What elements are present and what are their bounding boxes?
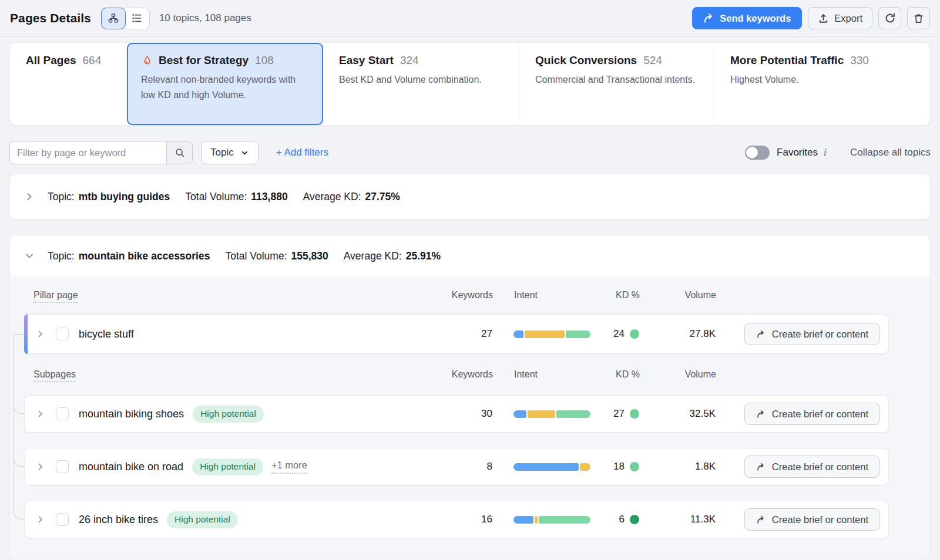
kd-dot bbox=[630, 409, 639, 419]
create-brief-button[interactable]: Create brief or content bbox=[744, 456, 880, 478]
tab-count: 108 bbox=[255, 54, 274, 67]
search-input[interactable] bbox=[10, 141, 166, 164]
tab-best-for-strategy[interactable]: Best for Strategy 108 Relevant non-brand… bbox=[127, 43, 323, 125]
search-icon bbox=[174, 147, 185, 158]
row-checkbox[interactable] bbox=[56, 460, 69, 473]
pillar-accent-bar bbox=[24, 314, 28, 354]
send-arrow-icon bbox=[756, 329, 766, 339]
subpages-header-row: Subpages Keywords Intent KD % Volume bbox=[24, 354, 889, 395]
volume-value: 27.8K bbox=[639, 328, 716, 340]
kd-value: 27 bbox=[613, 408, 625, 420]
kd-dot bbox=[630, 515, 639, 524]
chevron-down-icon[interactable] bbox=[23, 249, 36, 262]
search-button[interactable] bbox=[166, 141, 192, 164]
page-name: bicycle stuff bbox=[79, 328, 134, 340]
create-brief-button[interactable]: Create brief or content bbox=[744, 508, 880, 531]
intent-bar bbox=[513, 410, 590, 418]
collapse-all-topics-link[interactable]: Collapse all topics bbox=[850, 147, 931, 158]
tree-view-button[interactable] bbox=[101, 8, 126, 29]
tab-description: Highest Volume. bbox=[730, 72, 902, 87]
list-view-button[interactable] bbox=[125, 8, 150, 29]
pillar-page-row: bicycle stuff 27 24 27.8K Create brief o… bbox=[24, 314, 889, 354]
send-arrow-icon bbox=[756, 409, 766, 419]
intent-bar bbox=[513, 463, 590, 471]
subpage-row: mountain biking shoes High potential 30 … bbox=[24, 395, 889, 433]
chevron-right-icon[interactable] bbox=[34, 328, 47, 340]
keywords-count: 27 bbox=[428, 328, 492, 340]
topic-filter-dropdown[interactable]: Topic bbox=[201, 141, 258, 164]
tab-description: Best KD and Volume combination. bbox=[339, 72, 507, 87]
column-header-volume: Volume bbox=[640, 290, 716, 301]
column-header-intent: Intent bbox=[493, 369, 593, 380]
chevron-right-icon[interactable] bbox=[34, 407, 47, 420]
row-checkbox[interactable] bbox=[56, 513, 69, 526]
kd-value: 18 bbox=[613, 461, 625, 473]
export-label: Export bbox=[834, 13, 862, 24]
toggle-knob bbox=[746, 147, 758, 158]
tab-all-pages[interactable]: All Pages 664 bbox=[10, 43, 127, 125]
column-header-kd: KD % bbox=[593, 369, 640, 380]
tree-connector bbox=[14, 498, 24, 519]
create-brief-label: Create brief or content bbox=[772, 514, 868, 525]
intent-bar bbox=[513, 516, 590, 524]
topic-card-mountain-bike-accessories: Topic: mountain bike accessories Total V… bbox=[9, 235, 931, 560]
column-header-keywords: Keywords bbox=[428, 290, 493, 301]
filter-bar: Topic + Add filters Favorites i Collapse… bbox=[9, 141, 931, 164]
topic-row-mtb-buying-guides[interactable]: Topic: mtb buying guides Total Volume: 1… bbox=[9, 174, 931, 220]
add-filters-link[interactable]: + Add filters bbox=[276, 147, 328, 158]
tab-more-potential-traffic[interactable]: More Potential Traffic 330 Highest Volum… bbox=[714, 43, 930, 125]
total-volume-label: Total Volume: bbox=[225, 250, 287, 262]
refresh-button[interactable] bbox=[878, 7, 901, 29]
tab-easy-start[interactable]: Easy Start 324 Best KD and Volume combin… bbox=[323, 43, 519, 125]
tab-quick-conversions[interactable]: Quick Conversions 524 Commercial and Tra… bbox=[519, 43, 714, 125]
send-keywords-label: Send keywords bbox=[720, 13, 791, 24]
sitemap-icon bbox=[108, 12, 119, 24]
export-icon bbox=[818, 13, 829, 24]
average-kd-value: 27.75% bbox=[365, 191, 400, 203]
topic-prefix: Topic: bbox=[48, 191, 75, 203]
info-icon[interactable]: i bbox=[824, 147, 827, 159]
view-toggle bbox=[101, 8, 150, 29]
tab-count: 324 bbox=[400, 54, 419, 67]
column-header-intent: Intent bbox=[493, 290, 593, 301]
send-arrow-icon bbox=[756, 515, 766, 525]
tab-description: Commercial and Transactional intents. bbox=[535, 72, 702, 87]
favorites-toggle[interactable] bbox=[745, 146, 770, 160]
subpage-row: mountain bike on road High potential +1 … bbox=[24, 448, 889, 485]
delete-button[interactable] bbox=[907, 7, 930, 29]
chevron-right-icon[interactable] bbox=[34, 513, 47, 526]
strategy-tabs: All Pages 664 Best for Strategy 108 Rele… bbox=[9, 42, 931, 126]
kd-dot bbox=[630, 462, 639, 471]
chevron-right-icon[interactable] bbox=[23, 190, 36, 203]
search-box bbox=[9, 141, 193, 164]
topic-header[interactable]: Topic: mountain bike accessories Total V… bbox=[10, 235, 930, 276]
total-volume-value: 113,880 bbox=[251, 191, 287, 203]
row-checkbox[interactable] bbox=[56, 328, 69, 340]
tree-connector bbox=[14, 393, 24, 414]
tree-connector bbox=[14, 446, 24, 467]
more-badges-link[interactable]: +1 more bbox=[271, 460, 307, 474]
export-button[interactable]: Export bbox=[808, 7, 872, 29]
page-name: mountain bike on road bbox=[79, 461, 183, 473]
create-brief-button[interactable]: Create brief or content bbox=[744, 403, 880, 425]
topic-prefix: Topic: bbox=[48, 250, 75, 262]
average-kd-value: 25.91% bbox=[406, 250, 441, 262]
tab-count: 664 bbox=[83, 54, 102, 67]
kd-value: 6 bbox=[619, 514, 625, 525]
pillar-page-label: Pillar page bbox=[33, 290, 78, 303]
flame-icon bbox=[141, 55, 153, 67]
page-name: mountain biking shoes bbox=[79, 408, 184, 420]
kd-value: 24 bbox=[613, 328, 625, 340]
keywords-count: 30 bbox=[428, 408, 492, 420]
list-icon bbox=[131, 12, 143, 24]
chevron-right-icon[interactable] bbox=[34, 460, 47, 473]
create-brief-button[interactable]: Create brief or content bbox=[744, 323, 880, 345]
total-volume-value: 155,830 bbox=[291, 250, 328, 262]
send-keywords-button[interactable]: Send keywords bbox=[692, 7, 802, 29]
tab-count: 524 bbox=[643, 54, 662, 67]
trash-icon bbox=[913, 13, 924, 24]
filter-bar-right: Favorites i Collapse all topics bbox=[745, 146, 931, 160]
column-header-kd: KD % bbox=[593, 290, 640, 301]
tab-label: Quick Conversions bbox=[535, 54, 637, 67]
row-checkbox[interactable] bbox=[56, 407, 69, 420]
